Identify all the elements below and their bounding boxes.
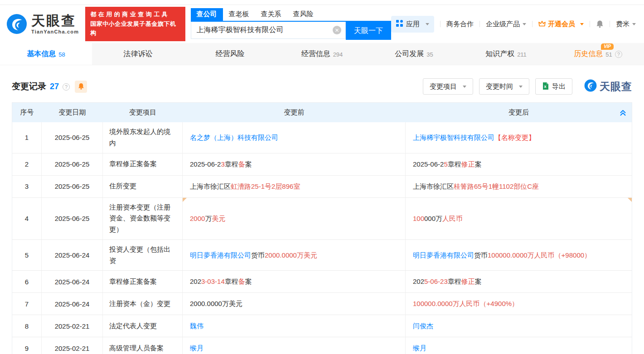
search-tab-risk[interactable]: 查风险 xyxy=(287,8,320,21)
cell-index: 5 xyxy=(12,240,42,271)
search-button[interactable]: 天眼一下 xyxy=(346,22,391,40)
column-header: 变更前 xyxy=(183,108,406,117)
chevron-down-icon xyxy=(580,23,584,25)
open-vip-button[interactable]: 开通会员 xyxy=(538,20,584,29)
cell-after: 缑月 xyxy=(406,337,632,354)
nav-enterprise-products[interactable]: 企业级产品 xyxy=(486,20,526,29)
export-label: 导出 xyxy=(552,82,566,91)
cell-change-date: 2025-06-25 xyxy=(42,122,103,153)
subscribe-bell-button[interactable] xyxy=(75,81,87,93)
table-row: 82025-02-21法定代表人变更魏伟闫俊杰 xyxy=(12,315,632,337)
help-icon[interactable]: ? xyxy=(615,51,622,58)
section-title: 变更记录 xyxy=(12,81,46,92)
search-row: ✕ 天眼一下 xyxy=(191,21,392,40)
cell-change-item: 注册资本（金）变更 xyxy=(103,293,183,315)
company-nav-tabs: 基本信息58法律诉讼经营风险经营信息294公司发展35知识产权211历史信息VI… xyxy=(0,43,644,65)
cell-index: 7 xyxy=(12,293,42,315)
divider xyxy=(532,21,533,27)
tab-business-info[interactable]: 经营信息294 xyxy=(276,43,368,65)
search-tab-boss[interactable]: 查老板 xyxy=(223,8,255,21)
cell-text: 3-03-14 xyxy=(201,276,225,287)
clear-icon[interactable]: ✕ xyxy=(333,26,341,34)
cell-change-date: 2025-06-25 xyxy=(42,176,103,197)
cell-index: 4 xyxy=(12,198,42,239)
cell-before: 明日夢香港有限公司 货币2000.0000万美元 xyxy=(183,240,406,271)
export-button[interactable]: x 导出 xyxy=(535,78,572,95)
cell-text: 章程 xyxy=(448,159,461,170)
divider xyxy=(590,21,590,27)
apps-menu[interactable]: 应用 xyxy=(391,16,434,33)
chevron-down-icon xyxy=(632,23,636,25)
tab-history[interactable]: 历史信息VIP51? xyxy=(552,43,644,65)
entity-link[interactable]: 闫俊杰 xyxy=(413,321,433,331)
entity-link[interactable]: 明日夢香港有限公司 xyxy=(413,250,474,261)
cell-change-date: 2025-02-21 xyxy=(42,315,103,337)
tab-intellectual-property[interactable]: 知识产权211 xyxy=(460,43,552,65)
cell-text: 修正 xyxy=(461,276,475,287)
entity-link[interactable]: 魏伟 xyxy=(190,321,203,331)
cell-after: 100000万人民币 xyxy=(406,198,632,239)
notification-bell-icon[interactable] xyxy=(596,20,604,28)
entity-link[interactable]: 上海稀宇极智科技有限公司 xyxy=(413,132,494,143)
cell-text: 100000.0000万人民币 xyxy=(488,250,555,261)
cell-text: 上海市徐汇区 xyxy=(190,181,231,192)
cell-change-date: 2025-02-21 xyxy=(42,337,103,354)
column-header: 序号 xyxy=(12,108,42,117)
filter-change-time-label: 变更时间 xyxy=(486,82,513,91)
tianyancha-watermark: 天眼查 xyxy=(584,79,632,94)
tianyancha-logo-icon xyxy=(584,79,597,94)
cell-change-date: 2025-06-24 xyxy=(42,271,103,292)
entity-link[interactable]: 缑月 xyxy=(413,343,426,354)
cell-text: 货币 xyxy=(474,250,488,261)
cell-text: 100 xyxy=(413,213,424,224)
cell-text: 3 xyxy=(221,159,224,170)
cell-text: 2000.0000万美元 xyxy=(190,298,242,309)
tianyancha-logo-icon xyxy=(6,14,27,34)
entity-link[interactable]: 名之梦（上海）科技有限公司 xyxy=(190,132,278,143)
search-tab-company[interactable]: 查公司 xyxy=(191,8,223,21)
cell-before: 名之梦（上海）科技有限公司 xyxy=(183,122,406,153)
cell-change-date: 2025-06-25 xyxy=(42,153,103,175)
chevron-down-icon xyxy=(463,86,466,88)
cell-index: 9 xyxy=(12,337,42,354)
tab-legal[interactable]: 法律诉讼 xyxy=(92,43,184,65)
cell-after: 闫俊杰 xyxy=(406,315,632,337)
site-header: 天眼查 TianYanCha.com 都在用的商业查询工具 国家中小企业发展子基… xyxy=(0,5,644,43)
cell-after: 上海市徐汇区桂箐路65号1幢1102部位C座 xyxy=(406,176,632,197)
cell-change-date: 2025-06-25 xyxy=(42,198,103,239)
collapse-icon[interactable] xyxy=(620,109,626,116)
cell-text: 章程 xyxy=(225,276,238,287)
cell-change-date: 2025-06-24 xyxy=(42,293,103,315)
search-input[interactable] xyxy=(197,26,333,34)
apps-grid-icon xyxy=(396,20,403,28)
user-menu[interactable]: 费米 xyxy=(616,20,638,29)
filter-change-time-button[interactable]: 变更时间 xyxy=(479,78,529,95)
vip-badge: VIP xyxy=(601,43,614,50)
filter-change-item-button[interactable]: 变更项目 xyxy=(423,78,473,95)
tab-basic-info[interactable]: 基本信息58 xyxy=(0,43,92,65)
change-records-table: 序号变更日期变更项目变更前变更后 12025-06-25境外股东发起人的境内名之… xyxy=(12,102,632,354)
tab-count: 58 xyxy=(58,51,65,58)
cell-after: 2025-06-25 章程修正案 xyxy=(406,153,632,175)
cell-index: 8 xyxy=(12,315,42,337)
cell-text: 5 xyxy=(444,159,447,170)
help-icon[interactable]: ? xyxy=(63,83,70,91)
cell-text: 5-06-23 xyxy=(424,276,448,287)
cell-text: 案 xyxy=(245,276,252,287)
search-box: 查公司查老板查关系查风险 ✕ 天眼一下 xyxy=(191,8,392,40)
tab-operation-risk[interactable]: 经营风险 xyxy=(184,43,276,65)
tianyancha-logo[interactable]: 天眼查 TianYanCha.com xyxy=(6,14,79,35)
entity-link[interactable]: 明日夢香港有限公司 xyxy=(190,250,251,261)
search-tab-relation[interactable]: 查关系 xyxy=(255,8,287,21)
tab-development[interactable]: 公司发展35 xyxy=(368,43,460,65)
cell-change-item: 住所变更 xyxy=(103,176,183,197)
filter-change-item-label: 变更项目 xyxy=(430,82,457,91)
cell-before: 缑月 xyxy=(183,337,406,354)
entity-link[interactable]: 缑月 xyxy=(190,343,203,354)
cell-text: 备 xyxy=(238,276,245,287)
cell-before: 2023-03-14章程备案 xyxy=(183,271,406,292)
nav-business-cooperation[interactable]: 商务合作 xyxy=(446,20,474,29)
divider xyxy=(479,21,480,27)
tab-label: 经营信息 xyxy=(301,49,330,59)
watermark-text: 天眼查 xyxy=(600,80,632,94)
